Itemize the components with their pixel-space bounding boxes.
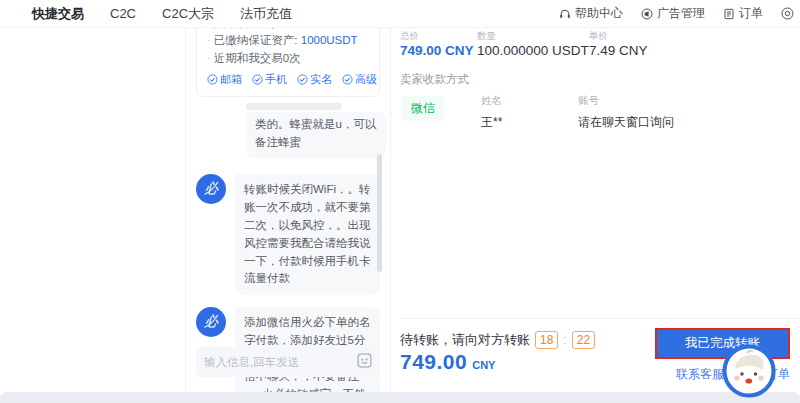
payee-account-value: 请在聊天窗口询问 bbox=[578, 114, 674, 131]
payable-amount-value: 749.00 bbox=[400, 350, 467, 374]
total-label: 总价 bbox=[400, 28, 477, 40]
chat-message: 必 转账时候关闭WiFi，。转账一次不成功，就不要第二次，以免风控，。出现风控需… bbox=[196, 174, 380, 295]
header-actions: 帮助中心 广告管理 订单 bbox=[559, 5, 800, 22]
payment-method-wechat[interactable]: 微信 bbox=[402, 96, 444, 121]
emoji-icon[interactable] bbox=[357, 353, 372, 372]
profile-menu[interactable] bbox=[781, 7, 794, 20]
order-unit-price: 单价 7.49 CNY bbox=[589, 28, 648, 58]
orders-label: 订单 bbox=[739, 5, 763, 22]
ad-management-link[interactable]: 广告管理 bbox=[641, 5, 705, 22]
countdown-separator: : bbox=[563, 333, 566, 347]
payable-amount-currency: CNY bbox=[472, 359, 495, 371]
transfer-status-text: 待转账，请向对方转账 bbox=[400, 331, 530, 349]
seller-avatar: 必 bbox=[196, 307, 226, 337]
order-total: 总价 749.00 CNY bbox=[400, 28, 477, 58]
chat-input-box bbox=[196, 347, 380, 377]
clipped-message-line bbox=[246, 103, 342, 110]
unit-price-value: 7.49 CNY bbox=[589, 43, 648, 58]
order-summary: 总价 749.00 CNY 数量 100.000000 USDT 单价 7.49… bbox=[400, 28, 648, 58]
order-amount: 数量 100.000000 USDT bbox=[477, 28, 589, 58]
nav-fiat-deposit[interactable]: 法币充值 bbox=[240, 5, 292, 23]
unit-price-label: 单价 bbox=[589, 28, 648, 40]
seller-info-card: ·火币认证用户 ·已缴纳保证资产: 1000USDT ·近期和我交易0次 邮箱 … bbox=[196, 28, 380, 97]
total-value: 749.00 CNY bbox=[400, 43, 477, 58]
divider bbox=[400, 318, 800, 319]
chat-message-input[interactable] bbox=[204, 356, 357, 368]
badge-realname: 实名 bbox=[297, 72, 332, 87]
chat-panel: ·火币认证用户 ·已缴纳保证资产: 1000USDT ·近期和我交易0次 邮箱 … bbox=[185, 28, 391, 392]
transfer-status-line: 待转账，请向对方转账 18 : 22 bbox=[400, 331, 595, 349]
help-center-label: 帮助中心 bbox=[575, 5, 623, 22]
deposit-amount: 1000USDT bbox=[301, 34, 358, 46]
countdown-seconds: 22 bbox=[572, 331, 595, 349]
check-circle-icon bbox=[207, 74, 218, 85]
payment-section-label: 卖家收款方式 bbox=[400, 72, 469, 87]
payee-name-value: 王** bbox=[481, 114, 502, 131]
customer-service-mascot[interactable] bbox=[722, 344, 776, 398]
nav-c2c-block[interactable]: C2C大宗 bbox=[162, 5, 214, 23]
badge-advanced: 高级 bbox=[342, 72, 377, 87]
seller-trades-line: ·近期和我交易0次 bbox=[207, 50, 369, 67]
help-center-link[interactable]: 帮助中心 bbox=[559, 5, 623, 22]
chat-scrollbar[interactable] bbox=[377, 154, 382, 272]
top-header: 快捷交易 C2C C2C大宗 法币充值 帮助中心 广告管理 订单 bbox=[0, 0, 800, 28]
seller-deposit-line: ·已缴纳保证资产: 1000USDT bbox=[207, 32, 369, 49]
orders-icon bbox=[723, 8, 735, 20]
badge-phone: 手机 bbox=[252, 72, 287, 87]
main-nav: 快捷交易 C2C C2C大宗 法币充值 bbox=[0, 5, 292, 23]
check-circle-icon bbox=[342, 74, 353, 85]
nav-quick-trade[interactable]: 快捷交易 bbox=[32, 5, 84, 23]
verification-badges: 邮箱 手机 实名 高级 bbox=[207, 72, 369, 87]
check-circle-icon bbox=[252, 74, 263, 85]
payable-amount: 749.00 CNY bbox=[400, 350, 495, 374]
payee-account-col: 账号 请在聊天窗口询问 bbox=[578, 94, 674, 131]
seller-avatar: 必 bbox=[196, 174, 226, 204]
ad-management-icon bbox=[641, 8, 653, 20]
payee-name-col: 姓名 王** bbox=[481, 94, 502, 131]
countdown-minutes: 18 bbox=[535, 331, 558, 349]
message-bubble: 转账时候关闭WiFi，。转账一次不成功，就不要第二次，以免风控，。出现风控需要我… bbox=[235, 174, 380, 295]
chat-message-partial: 类的。蜂蜜就是u，可以备注蜂蜜 bbox=[246, 112, 386, 159]
ad-management-label: 广告管理 bbox=[657, 5, 705, 22]
page-bottom-strip bbox=[0, 392, 800, 403]
amount-value: 100.000000 USDT bbox=[477, 43, 589, 58]
c2c-trade-page: 快捷交易 C2C C2C大宗 法币充值 帮助中心 广告管理 订单 bbox=[0, 0, 800, 403]
orders-link[interactable]: 订单 bbox=[723, 5, 763, 22]
contact-support-link[interactable]: 联系客服 bbox=[676, 366, 724, 383]
payee-name-label: 姓名 bbox=[481, 94, 502, 108]
profile-icon bbox=[781, 7, 794, 20]
nav-c2c[interactable]: C2C bbox=[110, 6, 136, 21]
badge-email: 邮箱 bbox=[207, 72, 242, 87]
payee-account-label: 账号 bbox=[578, 94, 674, 108]
help-center-icon bbox=[559, 8, 571, 20]
check-circle-icon bbox=[297, 74, 308, 85]
amount-label: 数量 bbox=[477, 28, 589, 40]
order-detail-panel: 总价 749.00 CNY 数量 100.000000 USDT 单价 7.49… bbox=[392, 28, 800, 392]
